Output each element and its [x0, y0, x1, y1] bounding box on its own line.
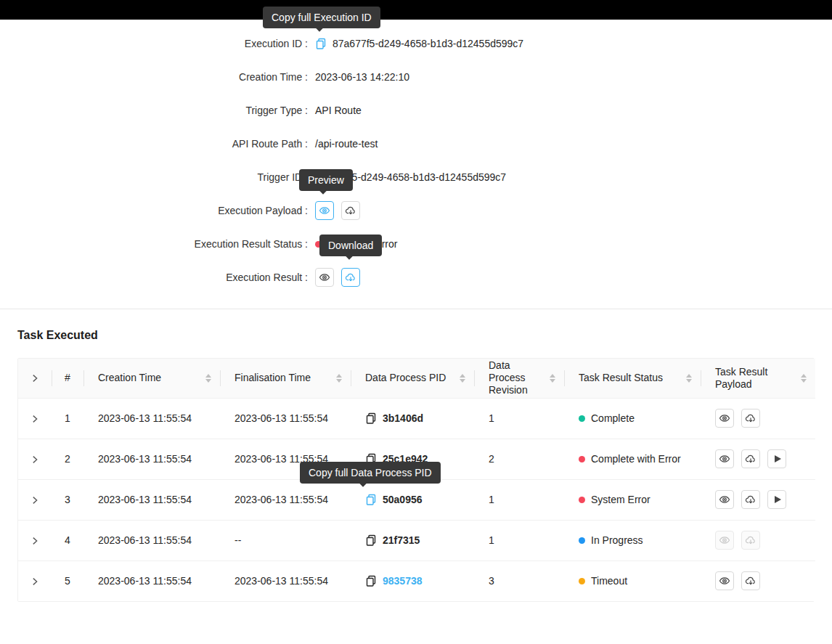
table-row: 3 2023-06-13 11:55:54 2023-06-13 11:55:5… — [18, 479, 815, 520]
eye-icon — [719, 494, 730, 505]
creation-time-label: Creation Time : — [0, 71, 308, 83]
row-num: 5 — [52, 561, 83, 601]
execution-id-label: Execution ID : — [0, 38, 308, 49]
expand-row-icon[interactable] — [30, 576, 40, 587]
execution-result-download-button[interactable] — [341, 268, 360, 287]
status-dot — [579, 497, 585, 503]
trigger-type-label: Trigger Type : — [0, 105, 308, 116]
data-process-pid-link[interactable]: 9835738 — [383, 575, 423, 587]
table-header-row: # Creation Time Finalisation Time Data P… — [18, 359, 815, 398]
table-row: 4 2023-06-13 11:55:54 -- 21f7315 1 In Pr… — [18, 520, 815, 561]
run-button[interactable] — [767, 490, 786, 509]
sort-icon[interactable] — [682, 374, 692, 383]
detail-row-execution-result: Execution Result : — [0, 261, 832, 294]
row-creation-time: 2023-06-13 11:55:54 — [83, 479, 220, 520]
row-revision: 3 — [474, 561, 564, 601]
section-divider — [0, 309, 832, 309]
data-process-pid[interactable]: 21f7315 — [383, 534, 420, 546]
header-data-process-revision: Data Process Revision — [474, 359, 564, 398]
api-route-path-label: API Route Path : — [0, 138, 308, 150]
status-dot — [579, 537, 585, 544]
play-icon — [775, 455, 781, 462]
header-data-process-pid: Data Process PID — [351, 359, 474, 398]
task-result-status: Complete with Error — [591, 453, 681, 465]
preview-button[interactable] — [715, 449, 734, 468]
row-finalisation-time: 2023-06-13 11:55:54 — [220, 398, 351, 439]
header-task-result-payload: Task Result Payload — [701, 359, 815, 398]
trigger-id-label: Trigger ID : — [0, 171, 308, 183]
preview-button[interactable] — [715, 490, 734, 509]
expand-row-icon[interactable] — [30, 495, 40, 505]
cloud-download-icon — [345, 272, 356, 283]
task-result-status: Complete — [591, 412, 635, 424]
sort-icon[interactable] — [332, 374, 342, 383]
row-num: 4 — [52, 520, 83, 561]
row-revision: 1 — [474, 479, 564, 520]
section-title: Task Executed — [17, 329, 832, 342]
detail-row-execution-payload: Execution Payload : — [0, 194, 832, 227]
expand-row-icon[interactable] — [30, 455, 40, 465]
row-creation-time: 2023-06-13 11:55:54 — [83, 439, 220, 479]
task-result-status: System Error — [591, 494, 650, 505]
detail-row-creation-time: Creation Time : 2023-06-13 14:22:10 — [0, 60, 832, 94]
copy-data-process-pid-icon[interactable] — [365, 534, 377, 546]
eye-icon — [719, 575, 730, 587]
table-row: 5 2023-06-13 11:55:54 2023-06-13 11:55:5… — [18, 561, 815, 601]
preview-button[interactable] — [715, 409, 734, 428]
row-finalisation-time: 2023-06-13 11:55:54 — [220, 561, 351, 601]
cloud-download-icon — [745, 575, 756, 587]
eye-icon — [719, 534, 730, 546]
eye-icon — [719, 453, 730, 465]
tooltip-download: Download — [319, 235, 382, 256]
copy-data-process-pid-icon[interactable] — [365, 575, 377, 587]
tooltip-preview: Preview — [299, 169, 353, 191]
cloud-download-icon — [745, 412, 756, 424]
header-expand[interactable] — [18, 359, 52, 398]
download-button[interactable] — [741, 571, 760, 590]
detail-row-execution-result-status: Execution Result Status : Execution Erro… — [0, 227, 832, 261]
top-bar — [0, 0, 832, 20]
preview-button — [715, 531, 734, 550]
download-button[interactable] — [741, 409, 760, 428]
expand-row-icon[interactable] — [30, 536, 40, 546]
execution-result-status-label: Execution Result Status : — [0, 238, 308, 250]
data-process-pid[interactable]: 50a0956 — [383, 494, 423, 505]
sort-icon[interactable] — [545, 374, 555, 383]
tooltip-copy-data-process-pid: Copy full Data Process PID — [300, 462, 441, 484]
execution-payload-download-button[interactable] — [341, 201, 360, 220]
cloud-download-icon — [345, 205, 356, 216]
sort-icon[interactable] — [796, 374, 807, 383]
expand-row-icon[interactable] — [30, 414, 40, 424]
row-revision: 1 — [474, 398, 564, 439]
data-process-pid[interactable]: 3b1406d — [383, 412, 423, 424]
table-row: 1 2023-06-13 11:55:54 2023-06-13 11:55:5… — [18, 398, 815, 439]
run-button[interactable] — [767, 449, 786, 468]
play-icon — [775, 496, 781, 503]
preview-button[interactable] — [715, 571, 734, 590]
copy-data-process-pid-icon[interactable] — [365, 494, 377, 505]
eye-icon — [319, 205, 330, 216]
row-revision: 2 — [474, 439, 564, 479]
execution-result-preview-button[interactable] — [315, 268, 334, 287]
sort-icon[interactable] — [201, 374, 211, 383]
execution-payload-preview-button[interactable] — [315, 201, 334, 220]
detail-row-trigger-id: Trigger ID : 87a677f5-d249-4658-b1d3-d12… — [0, 160, 832, 194]
api-route-path-value: /api-route-test — [315, 138, 378, 150]
detail-row-api-route-path: API Route Path : /api-route-test — [0, 127, 832, 160]
download-button[interactable] — [741, 490, 760, 509]
copy-data-process-pid-icon[interactable] — [365, 412, 377, 424]
sort-icon[interactable] — [455, 374, 465, 383]
status-dot — [579, 578, 585, 584]
chevron-right-icon — [30, 373, 40, 383]
row-num: 2 — [52, 439, 83, 479]
copy-execution-id-icon[interactable] — [315, 38, 327, 49]
row-num: 3 — [52, 479, 83, 520]
download-button[interactable] — [741, 449, 760, 468]
row-revision: 1 — [474, 520, 564, 561]
cloud-download-icon — [745, 453, 756, 465]
header-creation-time: Creation Time — [83, 359, 220, 398]
execution-id-value: 87a677f5-d249-4658-b1d3-d12455d599c7 — [333, 38, 523, 49]
row-creation-time: 2023-06-13 11:55:54 — [83, 520, 220, 561]
row-finalisation-time: 2023-06-13 11:55:54 — [220, 479, 351, 520]
trigger-type-value: API Route — [315, 105, 362, 116]
